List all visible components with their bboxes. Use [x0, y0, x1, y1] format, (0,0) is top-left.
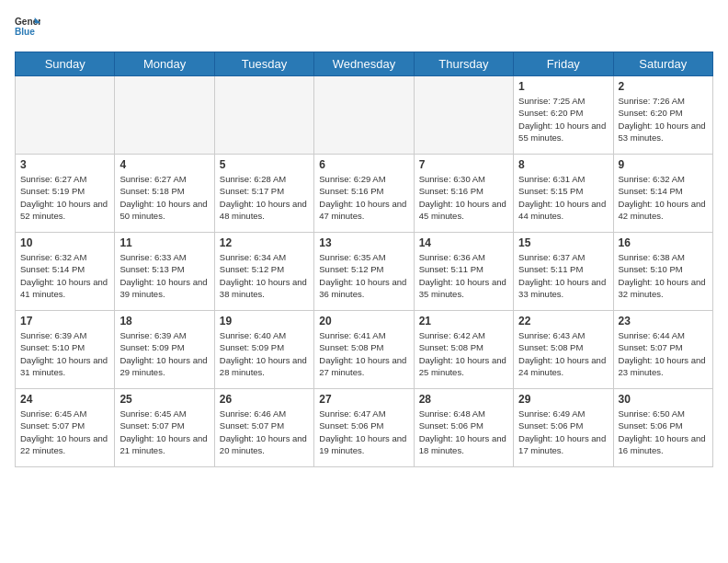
- calendar-cell: 26Sunrise: 6:46 AM Sunset: 5:07 PM Dayli…: [214, 389, 313, 467]
- cell-info: Sunrise: 6:44 AM Sunset: 5:07 PM Dayligh…: [619, 329, 708, 378]
- logo: General Blue: [15, 15, 40, 40]
- calendar-cell: 4Sunrise: 6:27 AM Sunset: 5:18 PM Daylig…: [115, 155, 214, 233]
- day-number: 2: [619, 80, 708, 93]
- day-number: 28: [419, 393, 508, 406]
- day-of-week-header: Monday: [115, 52, 214, 76]
- cell-info: Sunrise: 6:47 AM Sunset: 5:06 PM Dayligh…: [319, 408, 408, 456]
- cell-info: Sunrise: 6:33 AM Sunset: 5:13 PM Dayligh…: [119, 251, 209, 300]
- cell-info: Sunrise: 6:32 AM Sunset: 5:14 PM Dayligh…: [20, 251, 109, 300]
- day-number: 5: [220, 158, 309, 171]
- cell-info: Sunrise: 6:30 AM Sunset: 5:16 PM Dayligh…: [419, 173, 508, 222]
- calendar-cell: 13Sunrise: 6:35 AM Sunset: 5:12 PM Dayli…: [314, 233, 414, 311]
- day-number: 24: [20, 393, 109, 406]
- cell-info: Sunrise: 6:36 AM Sunset: 5:11 PM Dayligh…: [419, 251, 508, 300]
- calendar-cell: 28Sunrise: 6:48 AM Sunset: 5:06 PM Dayli…: [414, 389, 513, 467]
- day-number: 7: [419, 158, 508, 171]
- day-of-week-header: Tuesday: [214, 52, 313, 76]
- calendar-cell: 7Sunrise: 6:30 AM Sunset: 5:16 PM Daylig…: [414, 155, 513, 233]
- day-number: 30: [619, 393, 708, 406]
- cell-info: Sunrise: 6:49 AM Sunset: 5:06 PM Dayligh…: [518, 408, 608, 456]
- calendar-cell: 27Sunrise: 6:47 AM Sunset: 5:06 PM Dayli…: [314, 389, 414, 467]
- day-number: 13: [319, 236, 408, 249]
- calendar-cell: 30Sunrise: 6:50 AM Sunset: 5:06 PM Dayli…: [613, 389, 712, 467]
- day-number: 11: [119, 236, 209, 249]
- day-number: 10: [20, 236, 109, 249]
- calendar-cell: 19Sunrise: 6:40 AM Sunset: 5:09 PM Dayli…: [214, 311, 313, 389]
- calendar-cell: 25Sunrise: 6:45 AM Sunset: 5:07 PM Dayli…: [115, 389, 214, 467]
- calendar-cell: 21Sunrise: 6:42 AM Sunset: 5:08 PM Dayli…: [414, 311, 513, 389]
- calendar-cell: 3Sunrise: 6:27 AM Sunset: 5:19 PM Daylig…: [16, 155, 115, 233]
- calendar-cell: [414, 76, 513, 155]
- day-number: 9: [619, 158, 708, 171]
- calendar-cell: 22Sunrise: 6:43 AM Sunset: 5:08 PM Dayli…: [514, 311, 613, 389]
- day-number: 4: [119, 158, 209, 171]
- cell-info: Sunrise: 6:32 AM Sunset: 5:14 PM Dayligh…: [619, 173, 708, 222]
- calendar-cell: [16, 76, 115, 155]
- logo-icon: General Blue: [15, 15, 40, 40]
- cell-info: Sunrise: 6:39 AM Sunset: 5:09 PM Dayligh…: [119, 329, 209, 378]
- calendar-cell: 15Sunrise: 6:37 AM Sunset: 5:11 PM Dayli…: [514, 233, 613, 311]
- calendar-cell: 11Sunrise: 6:33 AM Sunset: 5:13 PM Dayli…: [115, 233, 214, 311]
- cell-info: Sunrise: 6:50 AM Sunset: 5:06 PM Dayligh…: [619, 408, 708, 456]
- day-number: 16: [619, 236, 708, 249]
- day-number: 26: [220, 393, 309, 406]
- cell-info: Sunrise: 7:25 AM Sunset: 6:20 PM Dayligh…: [518, 95, 608, 144]
- day-number: 17: [20, 315, 109, 327]
- day-number: 20: [319, 315, 408, 327]
- calendar-cell: 12Sunrise: 6:34 AM Sunset: 5:12 PM Dayli…: [214, 233, 313, 311]
- day-number: 23: [619, 315, 708, 327]
- day-number: 14: [419, 236, 508, 249]
- page-header: General Blue: [15, 15, 713, 40]
- cell-info: Sunrise: 6:43 AM Sunset: 5:08 PM Dayligh…: [518, 329, 608, 378]
- cell-info: Sunrise: 6:34 AM Sunset: 5:12 PM Dayligh…: [220, 251, 309, 300]
- calendar-cell: [214, 76, 313, 155]
- calendar-cell: 10Sunrise: 6:32 AM Sunset: 5:14 PM Dayli…: [16, 233, 115, 311]
- svg-text:Blue: Blue: [15, 27, 35, 37]
- cell-info: Sunrise: 6:45 AM Sunset: 5:07 PM Dayligh…: [119, 408, 209, 456]
- cell-info: Sunrise: 6:31 AM Sunset: 5:15 PM Dayligh…: [518, 173, 608, 222]
- day-number: 15: [518, 236, 608, 249]
- day-of-week-header: Wednesday: [314, 52, 414, 76]
- calendar-cell: 23Sunrise: 6:44 AM Sunset: 5:07 PM Dayli…: [613, 311, 712, 389]
- day-of-week-header: Saturday: [613, 52, 712, 76]
- day-number: 18: [119, 315, 209, 327]
- calendar-cell: 5Sunrise: 6:28 AM Sunset: 5:17 PM Daylig…: [214, 155, 313, 233]
- cell-info: Sunrise: 6:37 AM Sunset: 5:11 PM Dayligh…: [518, 251, 608, 300]
- day-number: 8: [518, 158, 608, 171]
- day-of-week-header: Sunday: [16, 52, 115, 76]
- day-number: 6: [319, 158, 408, 171]
- calendar-table: SundayMondayTuesdayWednesdayThursdayFrid…: [15, 52, 713, 467]
- day-number: 21: [419, 315, 508, 327]
- day-number: 12: [220, 236, 309, 249]
- day-number: 27: [319, 393, 408, 406]
- cell-info: Sunrise: 6:38 AM Sunset: 5:10 PM Dayligh…: [619, 251, 708, 300]
- calendar-cell: 18Sunrise: 6:39 AM Sunset: 5:09 PM Dayli…: [115, 311, 214, 389]
- cell-info: Sunrise: 6:35 AM Sunset: 5:12 PM Dayligh…: [319, 251, 408, 300]
- cell-info: Sunrise: 6:41 AM Sunset: 5:08 PM Dayligh…: [319, 329, 408, 378]
- cell-info: Sunrise: 7:26 AM Sunset: 6:20 PM Dayligh…: [619, 95, 708, 144]
- calendar-cell: 20Sunrise: 6:41 AM Sunset: 5:08 PM Dayli…: [314, 311, 414, 389]
- day-number: 29: [518, 393, 608, 406]
- day-number: 3: [20, 158, 109, 171]
- calendar-cell: 6Sunrise: 6:29 AM Sunset: 5:16 PM Daylig…: [314, 155, 414, 233]
- day-of-week-header: Friday: [514, 52, 613, 76]
- cell-info: Sunrise: 6:27 AM Sunset: 5:19 PM Dayligh…: [20, 173, 109, 222]
- calendar-cell: 8Sunrise: 6:31 AM Sunset: 5:15 PM Daylig…: [514, 155, 613, 233]
- calendar-cell: [314, 76, 414, 155]
- calendar-cell: 24Sunrise: 6:45 AM Sunset: 5:07 PM Dayli…: [16, 389, 115, 467]
- day-of-week-header: Thursday: [414, 52, 513, 76]
- day-number: 19: [220, 315, 309, 327]
- calendar-cell: [115, 76, 214, 155]
- cell-info: Sunrise: 6:48 AM Sunset: 5:06 PM Dayligh…: [419, 408, 508, 456]
- cell-info: Sunrise: 6:45 AM Sunset: 5:07 PM Dayligh…: [20, 408, 109, 456]
- cell-info: Sunrise: 6:40 AM Sunset: 5:09 PM Dayligh…: [220, 329, 309, 378]
- calendar-cell: 16Sunrise: 6:38 AM Sunset: 5:10 PM Dayli…: [613, 233, 712, 311]
- calendar-cell: 17Sunrise: 6:39 AM Sunset: 5:10 PM Dayli…: [16, 311, 115, 389]
- cell-info: Sunrise: 6:39 AM Sunset: 5:10 PM Dayligh…: [20, 329, 109, 378]
- day-number: 1: [518, 80, 608, 93]
- day-number: 25: [119, 393, 209, 406]
- cell-info: Sunrise: 6:29 AM Sunset: 5:16 PM Dayligh…: [319, 173, 408, 222]
- calendar-cell: 9Sunrise: 6:32 AM Sunset: 5:14 PM Daylig…: [613, 155, 712, 233]
- calendar-cell: 29Sunrise: 6:49 AM Sunset: 5:06 PM Dayli…: [514, 389, 613, 467]
- cell-info: Sunrise: 6:27 AM Sunset: 5:18 PM Dayligh…: [119, 173, 209, 222]
